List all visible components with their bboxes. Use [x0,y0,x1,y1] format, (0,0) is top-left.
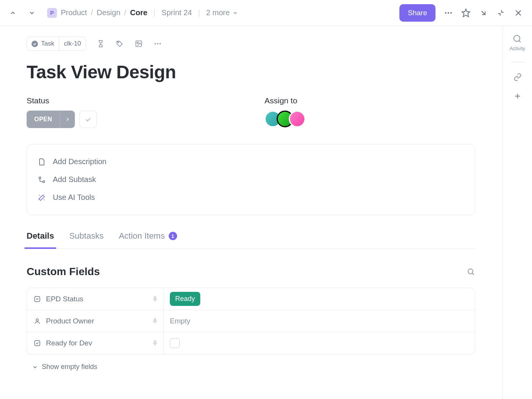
plus-icon [513,92,522,100]
task-meta-row: Task clk-10 [27,36,502,51]
assign-block: Assign to [264,96,502,128]
show-empty-fields-label: Show empty fields [42,363,97,371]
share-button[interactable]: Share [399,4,435,22]
avatar[interactable] [289,111,306,127]
status-pill: Ready [170,292,200,306]
status-button[interactable]: OPEN [27,111,75,128]
breadcrumb-divider: | [198,8,200,17]
tag-icon[interactable] [116,40,124,48]
svg-point-12 [39,177,41,179]
svg-point-1 [448,12,449,14]
more-icon[interactable] [154,40,162,48]
tab-subtasks[interactable]: Subtasks [69,231,104,249]
star-icon[interactable] [461,8,470,17]
person-field-icon [34,318,41,325]
custom-field-name: EPD Status [46,295,83,303]
custom-field-row: Product Owner Empty [27,310,475,332]
status-value: OPEN [27,116,60,123]
detail-tabs: Details Subtasks Action Items 1 [27,231,475,249]
link-icon [513,73,522,81]
activity-button[interactable]: Activity [510,34,525,51]
custom-field-value[interactable] [164,332,475,354]
breadcrumb-item[interactable]: Design [97,8,120,17]
breadcrumb-separator: / [124,8,127,17]
hourglass-icon[interactable] [97,40,105,48]
close-icon[interactable] [514,8,523,17]
project-badge[interactable]: P [47,8,57,18]
task-type-label: Task [41,40,54,48]
expand-down-icon[interactable] [28,9,36,17]
checkbox-input[interactable] [170,338,180,348]
pin-icon[interactable] [152,340,158,346]
task-id: clk-10 [59,40,86,48]
svg-point-9 [155,43,156,44]
mark-complete-button[interactable] [79,111,97,128]
breadcrumb-item[interactable]: Product [61,8,87,17]
custom-field-label[interactable]: EPD Status [27,288,164,310]
assign-label: Assign to [264,96,502,105]
pin-icon[interactable] [152,318,158,324]
custom-field-name: Product Owner [46,317,94,325]
breadcrumb-divider: | [154,8,155,17]
assignee-avatars[interactable] [264,111,502,127]
nav-arrows [9,9,36,17]
ai-tools-button[interactable]: Use AI Tools [38,188,464,206]
svg-rect-16 [35,296,40,302]
ai-tools-label: Use AI Tools [53,193,95,202]
svg-point-6 [118,42,119,43]
breadcrumb-item-current[interactable]: Core [130,8,147,17]
task-title[interactable]: Task View Design [27,62,502,82]
pin-icon[interactable] [152,296,158,302]
task-type-pill[interactable]: Task clk-10 [27,36,86,51]
svg-point-14 [468,269,473,274]
svg-marker-3 [462,9,470,17]
status-next-icon[interactable] [60,111,75,128]
add-panel-button[interactable] [513,92,522,100]
custom-field-label[interactable]: Product Owner [27,310,164,332]
breadcrumb-sprint[interactable]: Sprint 24 [162,8,192,17]
activity-icon [513,34,522,43]
subtask-icon [38,176,46,184]
svg-line-15 [472,273,474,275]
add-subtask-button[interactable]: Add Subtask [38,171,464,188]
status-label: Status [27,96,264,105]
svg-point-11 [160,43,161,44]
breadcrumb-more[interactable]: 2 more [206,8,238,17]
custom-field-empty-text: Empty [170,317,190,325]
svg-point-17 [36,319,38,321]
custom-field-value[interactable]: Ready [164,288,475,310]
add-description-button[interactable]: Add Description [38,153,464,171]
add-description-label: Add Description [53,157,106,166]
svg-point-19 [514,35,520,41]
collapse-up-icon[interactable] [9,9,17,17]
custom-field-row: EPD Status Ready [27,288,475,310]
right-rail: Activity [502,26,532,399]
activity-label: Activity [510,46,525,51]
breadcrumb: P Product / Design / Core | Sprint 24 | … [47,8,238,18]
custom-fields-header: Custom Fields [27,266,475,278]
more-icon[interactable] [444,8,453,17]
status-block: Status OPEN [27,96,264,128]
svg-rect-18 [35,340,40,346]
search-icon[interactable] [467,268,475,276]
copy-link-button[interactable] [513,73,522,81]
show-empty-fields-button[interactable]: Show empty fields [32,363,502,371]
export-icon[interactable] [479,8,488,17]
svg-point-8 [137,42,138,43]
custom-field-label[interactable]: Ready for Dev [27,332,164,354]
custom-field-value[interactable]: Empty [164,310,475,332]
chevron-down-icon [232,10,238,16]
custom-fields-table: EPD Status Ready Product Owner [27,288,475,355]
breadcrumb-separator: / [91,8,93,17]
svg-point-13 [43,180,45,182]
tab-action-items[interactable]: Action Items 1 [119,231,177,249]
svg-point-0 [445,12,446,14]
header: P Product / Design / Core | Sprint 24 | … [0,0,532,26]
tab-details[interactable]: Details [27,231,54,249]
checkbox-field-icon [34,340,41,347]
add-subtask-label: Add Subtask [53,175,96,184]
magic-wand-icon [38,193,46,202]
minimize-icon[interactable] [496,8,505,17]
custom-field-name: Ready for Dev [46,339,92,347]
image-icon[interactable] [135,40,143,48]
